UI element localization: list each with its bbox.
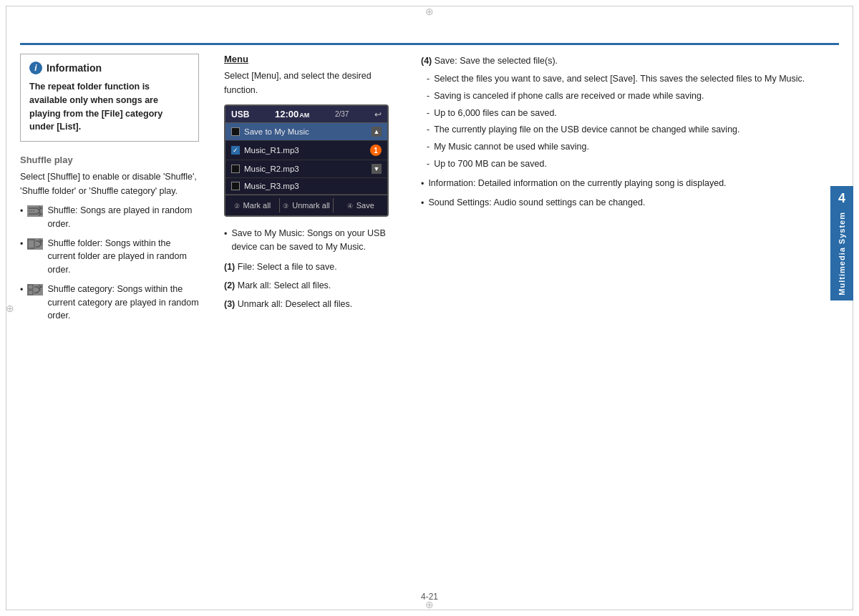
usb-row-2-left: Music_R2.mp3 (231, 165, 299, 173)
save-label: Save (356, 201, 374, 210)
usb-back-icon[interactable]: ↩ (374, 109, 382, 119)
usb-filename-1: Music_R1.mp3 (244, 146, 299, 155)
dash-item-4: The currently playing file on the USB de… (421, 123, 823, 137)
menu-heading: Menu (224, 54, 403, 64)
page-number-area: 4-21 (0, 592, 859, 602)
info-heading: Information (47, 62, 102, 74)
info-title: i Information (29, 62, 190, 74)
usb-filename-2: Music_R2.mp3 (244, 165, 299, 173)
right-bullets: Information: Detailed information on the… (421, 177, 823, 211)
usb-filename-3: Music_R3.mp3 (244, 182, 299, 190)
usb-row-1-left: ✓ Music_R1.mp3 (231, 146, 299, 155)
num-2-text: Mark all: Select all files. (238, 280, 331, 290)
menu-bullets: Save to My Music: Songs on your USB devi… (224, 227, 403, 254)
usb-counter: 2/37 (335, 110, 349, 118)
shuffle-item-1: Shuffle: Songs are played in random orde… (47, 204, 199, 231)
main-content: i Information The repeat folder function… (20, 54, 823, 580)
counter-badge-1: 1 (370, 145, 382, 156)
usb-screen: USB 12:00AM 2/37 ↩ Save to My Music ▲ (224, 104, 389, 217)
num-2: (2) (224, 280, 238, 290)
num-1: (1) (224, 262, 238, 272)
shuffle-item-2: Shuffle folder: Songs within the current… (47, 237, 199, 277)
usb-label: USB (231, 109, 249, 119)
info-icon: i (29, 62, 42, 74)
right-bullet-1: Information: Detailed information on the… (421, 177, 823, 191)
info-box: i Information The repeat folder function… (20, 54, 199, 142)
num-3: (3) (224, 299, 238, 309)
shuffle-heading: Shuffle play (20, 155, 199, 165)
usb-row-3[interactable]: Music_R3.mp3 (225, 178, 387, 195)
shuffle-list: Shuffle: Songs are played in random orde… (20, 204, 199, 323)
num-4: (4) (421, 56, 435, 66)
num-4-text: Save: Save the selected file(s). (435, 56, 558, 66)
usb-row-3-left: Music_R3.mp3 (231, 182, 299, 190)
usb-time: 12:00AM (275, 109, 309, 119)
scroll-down-btn[interactable]: ▼ (372, 164, 382, 174)
dash-list: Select the files you want to save, and s… (421, 72, 823, 171)
save-btn[interactable]: ④ Save (334, 198, 387, 212)
save-num: ④ (347, 202, 353, 210)
numbered-1: (1) File: Select a file to save. (224, 260, 403, 274)
left-column: i Information The repeat folder function… (20, 54, 213, 580)
shuffle-icon-3 (27, 284, 43, 295)
info-body: The repeat folder function is available … (29, 80, 190, 134)
num-3-text: Unmark all: Deselect all files. (238, 299, 352, 309)
dash-item-2: Saving is canceled if phone calls are re… (421, 89, 823, 103)
list-item: Shuffle category: Songs within the curre… (20, 283, 199, 323)
usb-filename-save: Save to My Music (244, 127, 309, 136)
numbered-3: (3) Unmark all: Deselect all files. (224, 297, 403, 311)
top-line (20, 43, 839, 45)
numbered-2: (2) Mark all: Select all files. (224, 278, 403, 293)
usb-checkbox-1[interactable]: ✓ (231, 146, 240, 155)
usb-row-1-right: 1 (370, 145, 382, 156)
mark-all-num: ② (234, 202, 240, 210)
right-column: (4) Save: Save the selected file(s). Sel… (414, 54, 823, 580)
shuffle-intro: Select [Shuffle] to enable or disable 'S… (20, 170, 199, 198)
unmark-all-num: ③ (283, 202, 288, 210)
usb-row-1[interactable]: ✓ Music_R1.mp3 1 (225, 141, 387, 160)
svg-rect-0 (28, 240, 34, 248)
right-bullet-2: Sound Settings: Audio sound settings can… (421, 196, 823, 210)
svg-rect-2 (28, 290, 33, 295)
dash-item-1: Select the files you want to save, and s… (421, 72, 823, 86)
usb-row-left: Save to My Music (231, 127, 309, 136)
list-item: Shuffle: Songs are played in random orde… (20, 204, 199, 231)
unmark-all-btn[interactable]: ③ Unmark all (280, 198, 334, 212)
middle-column: Menu Select [Menu], and select the desir… (213, 54, 414, 580)
shuffle-icon-2 (27, 238, 43, 250)
usb-row-save[interactable]: Save to My Music ▲ (225, 123, 387, 141)
num-1-text: File: Select a file to save. (238, 262, 337, 272)
menu-intro: Select [Menu], and select the desired fu… (224, 69, 403, 97)
dash-item-6: Up to 700 MB can be saved. (421, 157, 823, 171)
list-item: Shuffle folder: Songs within the current… (20, 237, 199, 277)
chapter-label: Multimedia System (838, 212, 846, 295)
dash-item-5: My Music cannot be used while saving. (421, 140, 823, 154)
unmark-all-label: Unmark all (292, 201, 330, 210)
scroll-up-btn[interactable]: ▲ (372, 127, 382, 137)
usb-checkbox-save[interactable] (231, 127, 240, 136)
usb-row-2[interactable]: Music_R2.mp3 ▼ (225, 160, 387, 178)
shuffle-item-3: Shuffle category: Songs within the curre… (47, 283, 199, 323)
save-music-text: Save to My Music: Songs on your USB devi… (231, 227, 403, 254)
mark-all-label: Mark all (243, 201, 271, 210)
top-center-mark: ⊕ (425, 6, 434, 17)
chapter-number: 4 (838, 191, 845, 206)
svg-rect-1 (28, 285, 33, 289)
usb-checkbox-3[interactable] (231, 182, 240, 190)
page-number: 4-21 (421, 592, 438, 602)
usb-bottom-bar: ② Mark all ③ Unmark all ④ Save (225, 195, 387, 215)
usb-checkbox-2[interactable] (231, 165, 240, 173)
usb-row-right-save: ▲ (372, 127, 382, 137)
usb-header: USB 12:00AM 2/37 ↩ (225, 106, 387, 123)
mark-all-btn[interactable]: ② Mark all (225, 198, 280, 212)
dash-item-3: Up to 6,000 files can be saved. (421, 107, 823, 120)
shuffle-icon-1 (27, 205, 43, 217)
left-middle-mark: ⊕ (6, 303, 14, 314)
usb-row-2-right: ▼ (372, 164, 382, 174)
list-item-save: Save to My Music: Songs on your USB devi… (224, 227, 403, 254)
chapter-tab: 4 Multimedia System (830, 186, 853, 300)
right-numbered-4: (4) Save: Save the selected file(s). (421, 54, 823, 68)
